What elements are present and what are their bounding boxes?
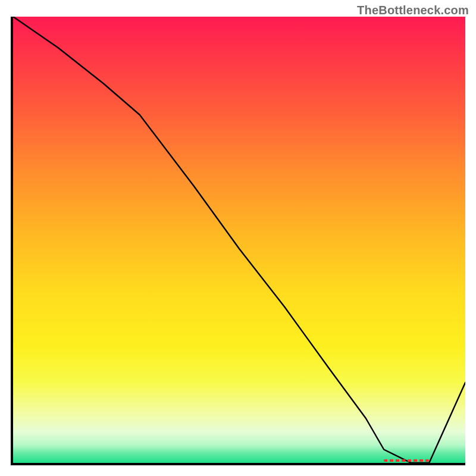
- watermark-text: TheBottleneck.com: [357, 4, 469, 17]
- chart-minimum-marker: [384, 459, 429, 462]
- chart-line: [13, 17, 465, 463]
- chart-plot-area: [11, 17, 465, 465]
